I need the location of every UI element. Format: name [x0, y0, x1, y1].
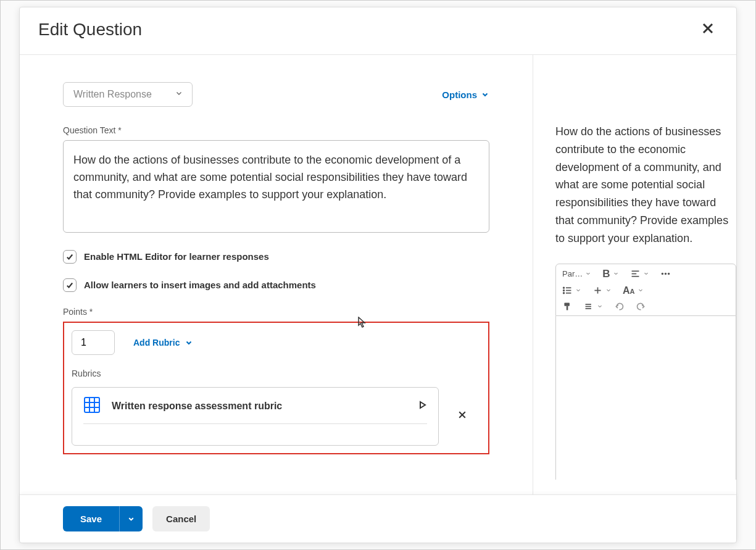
modal-dialog: Edit Question Written Response Options	[19, 7, 737, 543]
main-panel: Written Response Options Question Text *	[20, 55, 533, 494]
bold-icon: B	[602, 268, 610, 280]
chevron-down-icon	[638, 286, 644, 295]
html-editor-label: Enable HTML Editor for learner responses	[84, 251, 269, 262]
svg-rect-24	[564, 302, 570, 306]
paragraph-label: Par…	[562, 269, 583, 278]
format-painter-icon	[562, 301, 573, 312]
close-button[interactable]	[698, 17, 718, 42]
ellipsis-icon	[660, 269, 671, 279]
svg-point-19	[563, 287, 565, 288]
rubrics-label: Rubrics	[72, 369, 481, 378]
question-type-label: Written Response	[73, 89, 152, 100]
bold-dropdown[interactable]: B	[602, 268, 618, 280]
svg-rect-25	[567, 306, 568, 310]
question-text-label: Question Text *	[63, 125, 489, 135]
line-spacing-icon	[584, 301, 594, 312]
plus-icon	[592, 285, 603, 296]
close-icon	[457, 410, 467, 420]
chevron-down-icon	[613, 269, 619, 278]
points-input[interactable]	[72, 330, 115, 355]
remove-rubric-button[interactable]	[444, 410, 481, 422]
cursor-icon	[358, 317, 367, 328]
chevron-down-icon	[585, 269, 591, 278]
chevron-down-icon	[481, 90, 489, 99]
line-spacing-dropdown[interactable]	[584, 301, 603, 312]
editor-toolbar: Par… B	[555, 264, 736, 316]
modal-title: Edit Question	[38, 20, 142, 40]
add-rubric-dropdown[interactable]: Add Rubric	[133, 338, 193, 348]
rubric-grid-icon	[83, 396, 101, 416]
options-dropdown[interactable]: Options	[442, 90, 489, 100]
add-rubric-label: Add Rubric	[133, 338, 180, 348]
undo-button[interactable]	[614, 301, 625, 312]
rubric-highlighted-section: Add Rubric Rubrics	[63, 322, 489, 454]
font-size-dropdown[interactable]: AA	[623, 285, 644, 296]
rubric-name: Written response assessment rubric	[112, 401, 407, 412]
rubric-card[interactable]: Written response assessment rubric	[72, 387, 439, 446]
chevron-down-icon	[127, 515, 135, 523]
save-button[interactable]: Save	[63, 506, 119, 531]
cancel-button[interactable]: Cancel	[152, 506, 210, 531]
attachments-label: Allow learners to insert images and add …	[84, 280, 316, 290]
align-dropdown[interactable]	[630, 269, 649, 279]
list-icon	[562, 285, 573, 296]
attachments-checkbox[interactable]	[63, 278, 77, 292]
question-text-input[interactable]	[63, 140, 489, 233]
options-label: Options	[442, 90, 477, 100]
chevron-down-icon	[605, 286, 612, 295]
svg-point-20	[563, 290, 565, 291]
chevron-down-icon	[643, 269, 649, 278]
format-painter-button[interactable]	[562, 301, 573, 312]
svg-point-15	[667, 273, 669, 275]
chevron-down-icon	[575, 286, 581, 295]
svg-rect-2	[85, 398, 99, 412]
list-dropdown[interactable]	[562, 285, 581, 296]
align-left-icon	[630, 269, 641, 279]
chevron-down-icon	[185, 338, 193, 347]
redo-button[interactable]	[636, 301, 646, 312]
chevron-down-icon	[175, 89, 183, 100]
preview-question-text: How do the actions of businesses contrib…	[555, 123, 736, 248]
points-label: Points *	[63, 307, 489, 317]
close-icon	[702, 22, 714, 35]
question-type-dropdown[interactable]: Written Response	[63, 82, 193, 107]
checkmark-icon	[65, 252, 74, 261]
chevron-down-icon	[597, 302, 603, 311]
paragraph-style-dropdown[interactable]: Par…	[562, 269, 591, 278]
svg-point-14	[664, 273, 666, 275]
html-editor-checkbox[interactable]	[63, 250, 77, 264]
modal-header: Edit Question	[20, 7, 736, 55]
answer-editor-body[interactable]	[555, 316, 736, 480]
svg-point-13	[661, 273, 663, 275]
modal-footer: Save Cancel	[20, 494, 736, 543]
insert-dropdown[interactable]	[592, 285, 612, 296]
more-options-button[interactable]	[660, 269, 671, 279]
save-dropdown-button[interactable]	[119, 506, 143, 531]
preview-panel: How do the actions of businesses contrib…	[533, 55, 736, 494]
font-size-icon: AA	[623, 285, 635, 296]
undo-icon	[614, 301, 625, 312]
svg-point-21	[563, 293, 565, 294]
expand-rubric-icon[interactable]	[418, 401, 427, 412]
svg-marker-7	[420, 402, 425, 408]
redo-icon	[636, 301, 646, 312]
checkmark-icon	[65, 281, 74, 290]
